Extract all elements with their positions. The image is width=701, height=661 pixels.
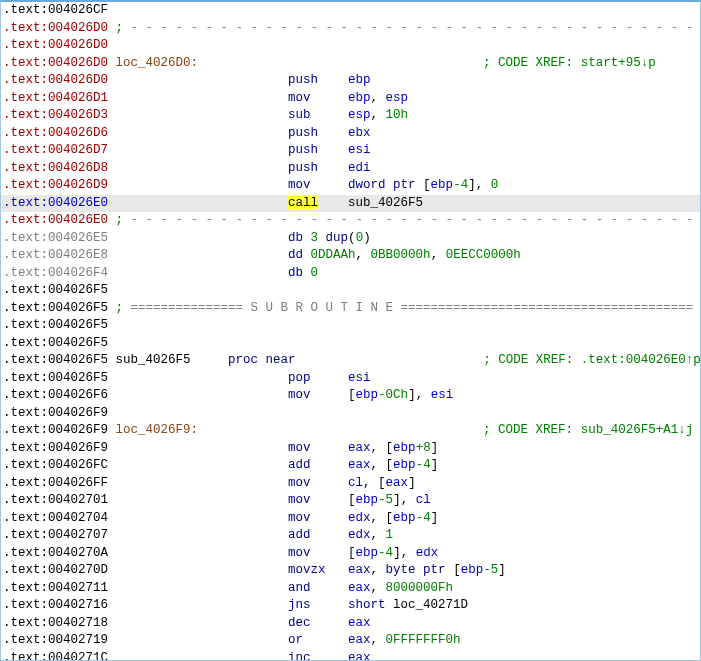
disasm-line[interactable]: .text:004026D3 sub esp, 10h: [1, 107, 700, 125]
disasm-line[interactable]: .text:004026F4 db 0: [1, 265, 700, 283]
disasm-line[interactable]: .text:00402718 dec eax: [1, 615, 700, 633]
disasm-line[interactable]: .text:004026E8 dd 0DDAAh, 0BB0000h, 0EEC…: [1, 247, 700, 265]
disasm-line[interactable]: .text:004026D0 loc_4026D0: ; CODE XREF: …: [1, 55, 700, 73]
disasm-line[interactable]: .text:004026F5: [1, 317, 700, 335]
disasm-line[interactable]: .text:004026D9 mov dword ptr [ebp-4], 0: [1, 177, 700, 195]
disasm-line[interactable]: .text:004026F5 pop esi: [1, 370, 700, 388]
disasm-line[interactable]: .text:0040270D movzx eax, byte ptr [ebp-…: [1, 562, 700, 580]
disasm-line[interactable]: .text:00402719 or eax, 0FFFFFFF0h: [1, 632, 700, 650]
disasm-line[interactable]: .text:00402701 mov [ebp-5], cl: [1, 492, 700, 510]
disasm-line[interactable]: .text:004026E0 call sub_4026F5: [1, 195, 700, 213]
disasm-line[interactable]: .text:00402716 jns short loc_40271D: [1, 597, 700, 615]
disasm-line[interactable]: .text:004026D1 mov ebp, esp: [1, 90, 700, 108]
disasm-line[interactable]: .text:00402704 mov edx, [ebp-4]: [1, 510, 700, 528]
disasm-line[interactable]: .text:004026D6 push ebx: [1, 125, 700, 143]
disasm-line[interactable]: .text:004026F9: [1, 405, 700, 423]
disasm-line[interactable]: .text:004026D0 ; - - - - - - - - - - - -…: [1, 20, 700, 38]
disasm-line[interactable]: .text:004026F9 loc_4026F9: ; CODE XREF: …: [1, 422, 700, 440]
disassembly-view[interactable]: .text:004026CF.text:004026D0 ; - - - - -…: [0, 0, 701, 661]
disasm-line[interactable]: .text:004026F9 mov eax, [ebp+8]: [1, 440, 700, 458]
disasm-line[interactable]: .text:004026F5 ; =============== S U B R…: [1, 300, 700, 318]
disasm-line[interactable]: .text:004026D8 push edi: [1, 160, 700, 178]
disasm-line[interactable]: .text:004026F6 mov [ebp-0Ch], esi: [1, 387, 700, 405]
disasm-line[interactable]: .text:004026FF mov cl, [eax]: [1, 475, 700, 493]
disasm-line[interactable]: .text:004026E5 db 3 dup(0): [1, 230, 700, 248]
disasm-line[interactable]: .text:004026F5: [1, 282, 700, 300]
disassembly-lines: .text:004026CF.text:004026D0 ; - - - - -…: [1, 2, 700, 661]
disasm-line[interactable]: .text:004026F5: [1, 335, 700, 353]
disasm-line[interactable]: .text:004026D0 push ebp: [1, 72, 700, 90]
disasm-line[interactable]: .text:004026D7 push esi: [1, 142, 700, 160]
disasm-line[interactable]: .text:0040270A mov [ebp-4], edx: [1, 545, 700, 563]
disasm-line[interactable]: .text:004026FC add eax, [ebp-4]: [1, 457, 700, 475]
disasm-line[interactable]: .text:004026E0 ; - - - - - - - - - - - -…: [1, 212, 700, 230]
disasm-line[interactable]: .text:00402711 and eax, 8000000Fh: [1, 580, 700, 598]
disasm-line[interactable]: .text:004026D0: [1, 37, 700, 55]
disasm-line[interactable]: .text:004026F5 sub_4026F5 proc near ; CO…: [1, 352, 700, 370]
disasm-line[interactable]: .text:004026CF: [1, 2, 700, 20]
disasm-line[interactable]: .text:00402707 add edx, 1: [1, 527, 700, 545]
disasm-line[interactable]: .text:0040271C inc eax: [1, 650, 700, 662]
